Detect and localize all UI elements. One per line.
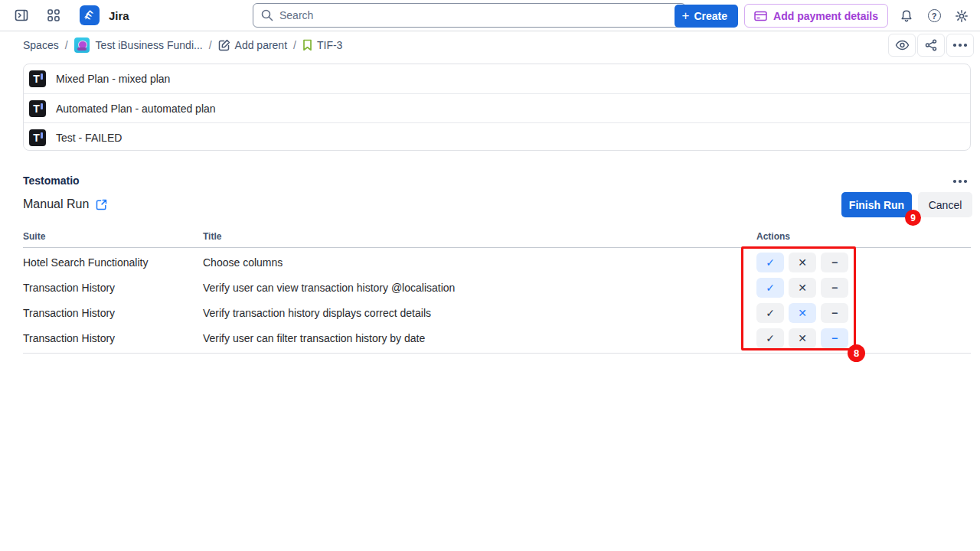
- page-action-buttons: [888, 34, 974, 57]
- table-header-row: Suite Title Actions: [23, 231, 971, 248]
- mark-skipped-button[interactable]: −: [821, 253, 848, 272]
- plan-label: Test - FAILED: [56, 132, 122, 144]
- table-body: Hotel Search Functionality Choose column…: [23, 248, 971, 354]
- section-title: Testomatio: [23, 174, 80, 187]
- mark-failed-button[interactable]: ✕: [789, 303, 816, 323]
- list-item[interactable]: T Automated Plan - automated plan: [24, 93, 970, 122]
- help-button[interactable]: ?: [922, 4, 946, 28]
- plus-icon: +: [682, 9, 690, 22]
- testomatio-icon: T: [29, 100, 46, 117]
- run-title-line: Manual Run: [23, 197, 107, 211]
- create-button[interactable]: + Create: [675, 5, 739, 28]
- gear-icon: [955, 9, 969, 23]
- mark-passed-button[interactable]: ✓: [756, 278, 784, 298]
- breadcrumb: Spaces / Test iBusiness Fundi... / Add p…: [0, 37, 342, 53]
- expand-sidebar-button[interactable]: [9, 3, 34, 28]
- table-row: Transaction History Verify transaction h…: [23, 300, 971, 325]
- title-cell: Verify user can view transaction history…: [203, 282, 756, 294]
- actions-cell: ✓ ✕ −: [756, 253, 971, 272]
- suite-cell: Transaction History: [23, 332, 203, 344]
- table-row: Transaction History Verify user can filt…: [23, 325, 971, 350]
- test-plans-list: T Mixed Plan - mixed plan T Automated Pl…: [23, 64, 971, 151]
- breadcrumb-spaces-link[interactable]: Spaces: [23, 39, 59, 51]
- section-more-button[interactable]: [951, 176, 969, 187]
- testomatio-icon: T: [29, 129, 46, 146]
- title-cell: Verify transaction history displays corr…: [203, 307, 756, 319]
- title-cell: Choose columns: [203, 256, 756, 269]
- share-button[interactable]: [917, 34, 945, 57]
- mark-failed-button[interactable]: ✕: [789, 278, 816, 298]
- more-options-button[interactable]: [946, 34, 974, 57]
- app-switcher-button[interactable]: [41, 3, 66, 28]
- credit-card-icon: [754, 11, 767, 21]
- breadcrumb-project-link[interactable]: Test iBusiness Fundi...: [96, 39, 203, 51]
- top-navigation-bar: Jira + Create: [0, 0, 980, 31]
- add-parent-button[interactable]: Add parent: [218, 39, 288, 51]
- app-title: Jira: [109, 9, 129, 22]
- list-item[interactable]: T Test - FAILED: [24, 122, 970, 151]
- edit-icon: [218, 39, 230, 51]
- search-input[interactable]: [253, 3, 686, 28]
- annotation-badge-9: 9: [905, 210, 921, 226]
- plan-label: Mixed Plan - mixed plan: [56, 73, 170, 85]
- table-row: Transaction History Verify user can view…: [23, 275, 971, 300]
- expand-sidebar-icon: [15, 8, 28, 22]
- breadcrumb-separator: /: [65, 39, 68, 51]
- mark-failed-button[interactable]: ✕: [789, 253, 816, 272]
- app-switcher-icon: [47, 9, 60, 21]
- run-title: Manual Run: [23, 197, 89, 211]
- suite-cell: Hotel Search Functionality: [23, 256, 203, 269]
- more-icon: [953, 180, 967, 183]
- search-container: [253, 3, 686, 28]
- annotation-badge-8: 8: [848, 344, 865, 362]
- jira-logo[interactable]: [80, 5, 100, 25]
- suite-cell: Transaction History: [23, 307, 203, 319]
- project-avatar[interactable]: [74, 37, 90, 53]
- list-item[interactable]: T Mixed Plan - mixed plan: [24, 64, 970, 93]
- help-icon: ?: [928, 9, 941, 22]
- mark-failed-button[interactable]: ✕: [789, 328, 816, 348]
- watch-button[interactable]: [888, 34, 916, 57]
- external-link-icon[interactable]: [96, 199, 107, 210]
- actions-cell: ✓ ✕ −: [756, 328, 971, 348]
- topbar-utility-icons: ?: [894, 4, 974, 28]
- topbar-right-group: + Create Add payment details: [675, 0, 974, 31]
- column-header-title: Title: [203, 231, 756, 242]
- breadcrumb-separator: /: [293, 39, 296, 51]
- cancel-button[interactable]: Cancel: [918, 192, 972, 217]
- topbar-left-group: Jira: [0, 3, 129, 28]
- mark-passed-button[interactable]: ✓: [756, 253, 784, 272]
- finish-run-button[interactable]: Finish Run: [841, 192, 912, 217]
- settings-button[interactable]: [949, 4, 974, 28]
- suite-cell: Transaction History: [23, 282, 203, 294]
- bell-icon: [900, 9, 913, 23]
- jira-page: Jira + Create: [0, 0, 980, 551]
- share-icon: [925, 39, 937, 51]
- title-cell: Verify user can filter transaction histo…: [203, 332, 756, 344]
- testomatio-icon: T: [29, 70, 46, 87]
- mark-skipped-button[interactable]: −: [821, 328, 848, 348]
- column-header-actions: Actions: [756, 231, 971, 242]
- add-payment-details-button[interactable]: Add payment details: [744, 4, 888, 28]
- actions-cell: ✓ ✕ −: [756, 278, 971, 298]
- breadcrumb-bar: Spaces / Test iBusiness Fundi... / Add p…: [0, 31, 980, 58]
- notifications-button[interactable]: [894, 4, 919, 28]
- test-cases-table: Suite Title Actions Hotel Search Functio…: [23, 231, 971, 354]
- breadcrumb-separator: /: [209, 39, 212, 51]
- column-header-suite: Suite: [23, 231, 203, 242]
- search-icon: [260, 8, 274, 22]
- mark-skipped-button[interactable]: −: [821, 303, 848, 323]
- breadcrumb-issue-link[interactable]: TIF-3: [302, 39, 342, 51]
- mark-skipped-button[interactable]: −: [821, 278, 848, 298]
- bookmark-icon: [302, 39, 312, 51]
- mark-passed-button[interactable]: ✓: [756, 328, 784, 348]
- plan-label: Automated Plan - automated plan: [56, 103, 216, 115]
- mark-passed-button[interactable]: ✓: [756, 303, 784, 323]
- eye-icon: [895, 40, 910, 51]
- actions-cell: ✓ ✕ −: [756, 303, 971, 323]
- table-row: Hotel Search Functionality Choose column…: [23, 249, 971, 275]
- more-icon: [953, 44, 967, 47]
